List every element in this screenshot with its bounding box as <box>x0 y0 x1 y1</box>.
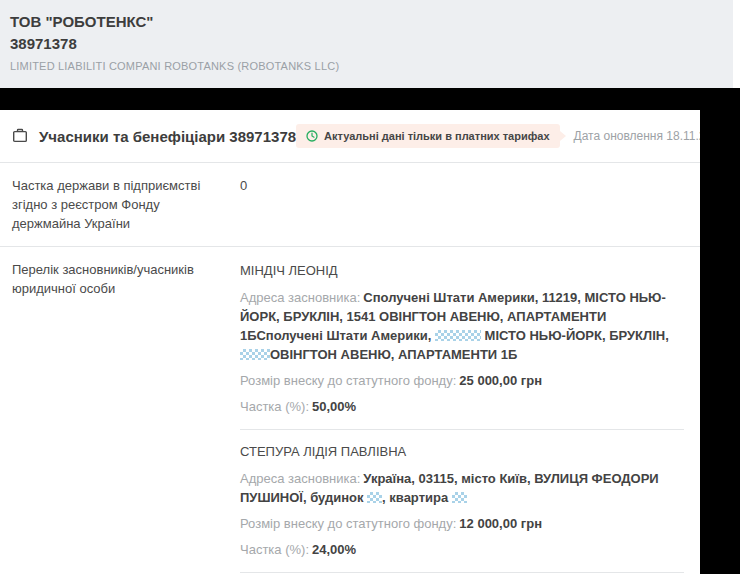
founder-name: СТЕПУРА ЛІДІЯ ПАВЛІВНА <box>240 442 684 461</box>
update-date: Дата оновлення 18.11.2025 ? <box>574 129 700 143</box>
contribution-value: 25 000,00 грн <box>459 373 542 388</box>
company-code: 38971378 <box>10 34 719 54</box>
address-value: , квартира <box>382 490 452 505</box>
founder-item: СТЕПУРА ЛІДІЯ ПАВЛІВНА Адреса засновника… <box>240 429 684 572</box>
background-band <box>0 88 740 110</box>
redacted-value <box>367 492 382 503</box>
company-name: ТОВ "РОБОТЕНКС" <box>10 12 719 32</box>
founder-contribution: Розмір внеску до статутного фонду:25 000… <box>240 371 684 390</box>
section-title: Учасники та бенефіціари 38971378 <box>39 128 296 145</box>
contribution-label: Розмір внеску до статутного фонду: <box>240 516 456 531</box>
contribution-value: 12 000,00 грн <box>459 516 542 531</box>
address-label: Адреса засновника: <box>240 471 360 486</box>
founder-share: Частка (%):50,00% <box>240 397 684 416</box>
founders-row: Перелік засновників/учасників юридичної … <box>0 247 700 574</box>
card-header: Учасники та бенефіціари 38971378 Актуаль… <box>0 110 700 163</box>
founders-list: МІНДІЧ ЛЕОНІД Адреса засновника:Сполучен… <box>240 260 684 574</box>
founder-share: Частка (%):24,00% <box>240 540 684 559</box>
badge-arrow <box>560 131 566 141</box>
founder-contribution: Розмір внеску до статутного фонду:12 000… <box>240 514 684 533</box>
address-value: ОВІНГТОН АВЕНЮ, АПАРТАМЕНТИ 1Б <box>270 347 517 362</box>
company-header: ТОВ "РОБОТЕНКС" 38971378 LIMITED LIABILI… <box>0 0 733 88</box>
share-label: Частка (%): <box>240 399 309 414</box>
share-label: Частка (%): <box>240 542 309 557</box>
founder-address: Адреса засновника:Сполучені Штати Америк… <box>240 288 684 364</box>
background-strip <box>700 110 740 574</box>
redacted-value <box>240 349 270 360</box>
share-value: 50,00% <box>312 399 356 414</box>
briefcase-icon <box>12 128 28 144</box>
company-name-en: LIMITED LIABILITI COMPANI ROBOTANKS (ROB… <box>10 59 719 73</box>
state-share-label: Частка держави в підприємстві згідно з р… <box>12 176 240 233</box>
update-date-label: Дата оновлення 18.11.2025 <box>574 129 700 143</box>
contribution-label: Розмір внеску до статутного фонду: <box>240 373 456 388</box>
paid-tariff-badge-label: Актуальні дані тільки в платних тарифах <box>324 130 549 142</box>
participants-card: Учасники та бенефіціари 38971378 Актуаль… <box>0 110 700 574</box>
founder-item: МІНДІЧ ЛЕОНІД Адреса засновника:Сполучен… <box>240 260 684 429</box>
state-share-row: Частка держави в підприємстві згідно з р… <box>0 163 700 247</box>
redacted-value <box>435 330 481 341</box>
founder-name: МІНДІЧ ЛЕОНІД <box>240 261 684 280</box>
share-value: 24,00% <box>312 542 356 557</box>
redacted-value <box>452 492 467 503</box>
state-share-value: 0 <box>240 176 684 233</box>
page: ТОВ "РОБОТЕНКС" 38971378 LIMITED LIABILI… <box>0 0 740 574</box>
address-label: Адреса засновника: <box>240 290 360 305</box>
address-value: МІСТО НЬЮ-ЙОРК, БРУКЛІН, <box>481 328 669 343</box>
clock-icon <box>306 130 318 142</box>
founders-label: Перелік засновників/учасників юридичної … <box>12 260 240 574</box>
paid-tariff-badge[interactable]: Актуальні дані тільки в платних тарифах <box>296 124 559 148</box>
founder-address: Адреса засновника:Україна, 03115, місто … <box>240 469 684 507</box>
